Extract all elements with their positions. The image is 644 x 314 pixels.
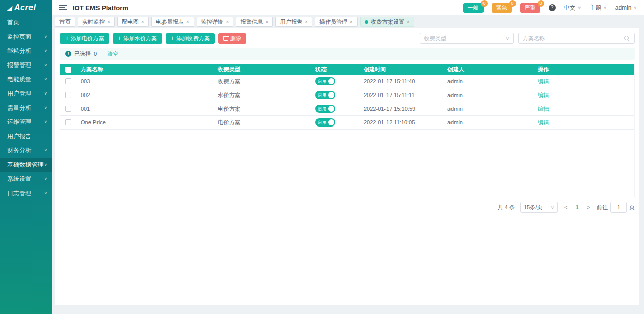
- close-icon[interactable]: ×: [226, 19, 229, 25]
- tab-monitor-detail[interactable]: 监控详情×: [197, 17, 234, 27]
- scheme-name-input[interactable]: [523, 35, 623, 41]
- theme-selector[interactable]: 主题∨: [589, 4, 607, 12]
- tab-bar: 首页 实时监控× 配电图× 电参量报表× 监控详情× 报警信息× 用户报告× 操…: [52, 15, 644, 28]
- creator: admin: [442, 92, 533, 98]
- logo-text: Acrel: [14, 3, 36, 12]
- close-icon[interactable]: ×: [141, 19, 144, 25]
- status-toggle[interactable]: 启用: [315, 91, 335, 99]
- edit-link[interactable]: 编辑: [538, 78, 549, 84]
- table-row: 003 收费方案 启用 2022-01-17 15:11:40 admin 编辑: [60, 75, 634, 88]
- close-icon[interactable]: ×: [305, 19, 308, 25]
- alarm-badge-critical[interactable]: 严重0: [520, 3, 540, 13]
- sidebar-item-home[interactable]: 首页: [0, 15, 52, 29]
- scheme-name: 003: [76, 78, 213, 84]
- tab-operator-management[interactable]: 操作员管理×: [315, 17, 358, 27]
- charge-type-select[interactable]: ∨: [420, 33, 514, 44]
- tab-user-report[interactable]: 用户报告×: [275, 17, 312, 27]
- content-panel: +添加电价方案 +添加水价方案 +添加收费方案 删除 ∨ ! 已选择 0 清空: [55, 28, 639, 305]
- plus-icon: +: [171, 35, 174, 42]
- edit-link[interactable]: 编辑: [538, 106, 549, 112]
- alarm-badge-general[interactable]: 一般0: [463, 3, 484, 13]
- selected-count: 0: [94, 51, 97, 57]
- creator: admin: [442, 78, 533, 84]
- next-page-button[interactable]: >: [586, 204, 592, 210]
- main-area: IOT EMS Platform 一般0 紧急0 严重0 ? 中文∨ 主题∨ a…: [52, 0, 644, 314]
- row-checkbox[interactable]: [65, 119, 71, 125]
- sidebar-item-energy-analysis[interactable]: 能耗分析∨: [0, 44, 52, 58]
- sidebar-item-log-management[interactable]: 日志管理∨: [0, 186, 52, 200]
- tab-meter-report[interactable]: 电参量报表×: [151, 17, 194, 27]
- tab-charging-scheme-settings[interactable]: 收费方案设置×: [360, 17, 414, 27]
- close-icon[interactable]: ×: [407, 19, 410, 25]
- created-time: 2022-01-17 15:11:11: [359, 92, 442, 98]
- add-electricity-price-button[interactable]: +添加电价方案: [60, 33, 109, 44]
- select-all-checkbox[interactable]: [65, 67, 71, 73]
- sidebar-item-basic-data-management[interactable]: 基础数据管理∨: [0, 158, 52, 172]
- delete-button[interactable]: 删除: [218, 33, 246, 44]
- collapse-menu-icon[interactable]: [59, 5, 67, 10]
- edit-link[interactable]: 编辑: [538, 119, 549, 125]
- row-checkbox[interactable]: [65, 106, 71, 112]
- alarm-count-badge: 0: [509, 0, 516, 7]
- table-header-row: 方案名称 收费类型 状态 创建时间 创建人 操作: [60, 64, 634, 75]
- page-title: IOT EMS Platform: [73, 4, 128, 12]
- row-checkbox[interactable]: [65, 78, 71, 84]
- search-icon[interactable]: [623, 35, 630, 42]
- add-charging-scheme-button[interactable]: +添加收费方案: [166, 33, 215, 44]
- language-selector[interactable]: 中文∨: [564, 4, 582, 12]
- goto-page-input[interactable]: [610, 202, 627, 213]
- status-toggle[interactable]: 启用: [315, 118, 335, 127]
- column-header-created: 创建时间: [359, 66, 442, 73]
- chevron-down-icon: ∨: [44, 163, 47, 167]
- created-time: 2022-01-17 15:10:59: [359, 106, 442, 112]
- tab-home[interactable]: 首页: [55, 17, 75, 27]
- sidebar-item-system-settings[interactable]: 系统设置∨: [0, 172, 52, 186]
- close-icon[interactable]: ×: [107, 19, 110, 25]
- toggle-knob: [328, 92, 334, 98]
- alarm-count-badge: 0: [538, 0, 544, 7]
- clear-selection-link[interactable]: 清空: [107, 50, 118, 58]
- tab-distribution-diagram[interactable]: 配电图×: [117, 17, 149, 27]
- scheme-name-search[interactable]: [518, 33, 635, 44]
- alarm-badge-urgent[interactable]: 紧急0: [492, 3, 512, 13]
- table-row: 001 电价方案 启用 2022-01-17 15:10:59 admin 编辑: [60, 102, 634, 116]
- close-icon[interactable]: ×: [350, 19, 353, 25]
- creator: admin: [442, 106, 533, 112]
- chevron-down-icon: ∨: [633, 6, 637, 10]
- sidebar-item-monitor-pages[interactable]: 监控页面∨: [0, 29, 52, 44]
- sidebar-item-user-report[interactable]: 用户报告: [0, 129, 52, 143]
- close-icon[interactable]: ×: [265, 19, 268, 25]
- sidebar-item-alarm-management[interactable]: 报警管理∨: [0, 58, 52, 72]
- column-header-creator: 创建人: [442, 66, 533, 73]
- add-water-price-button[interactable]: +添加水价方案: [113, 33, 162, 44]
- chevron-down-icon: ∨: [44, 148, 47, 152]
- chevron-down-icon: ∨: [44, 35, 47, 39]
- row-checkbox[interactable]: [65, 92, 71, 98]
- charge-type-input[interactable]: [424, 35, 506, 41]
- tab-alarm-info[interactable]: 报警信息×: [236, 17, 273, 27]
- chevron-down-icon: ∨: [44, 91, 47, 96]
- help-icon[interactable]: ?: [549, 4, 556, 11]
- chevron-down-icon: ∨: [44, 77, 47, 81]
- sidebar-item-power-quality[interactable]: 电能质量∨: [0, 72, 52, 86]
- sidebar-item-user-management[interactable]: 用户管理∨: [0, 86, 52, 101]
- scheme-table: 方案名称 收费类型 状态 创建时间 创建人 操作 003 收费方案 启用 202…: [60, 64, 635, 197]
- sidebar-item-financial-analysis[interactable]: 财务分析∨: [0, 143, 52, 158]
- top-bar: IOT EMS Platform 一般0 紧急0 严重0 ? 中文∨ 主题∨ a…: [52, 0, 644, 15]
- prev-page-button[interactable]: <: [563, 204, 569, 210]
- tab-realtime-monitor[interactable]: 实时监控×: [78, 17, 115, 27]
- status-toggle[interactable]: 启用: [315, 105, 335, 113]
- created-time: 2022-01-12 11:10:05: [359, 119, 442, 125]
- sidebar-item-demand-analysis[interactable]: 需量分析∨: [0, 101, 52, 115]
- chevron-down-icon: ∨: [44, 63, 47, 67]
- page-size-select[interactable]: 15条/页∨: [520, 202, 558, 213]
- creator: admin: [442, 119, 533, 125]
- edit-link[interactable]: 编辑: [538, 92, 549, 98]
- status-toggle[interactable]: 启用: [315, 77, 335, 85]
- current-page[interactable]: 1: [574, 204, 580, 210]
- user-menu[interactable]: admin∨: [615, 4, 637, 11]
- sidebar-item-ops-management[interactable]: 运维管理∨: [0, 115, 52, 129]
- close-icon[interactable]: ×: [186, 19, 189, 25]
- chevron-down-icon: ∨: [578, 6, 582, 10]
- charge-type: 电价方案: [213, 105, 310, 113]
